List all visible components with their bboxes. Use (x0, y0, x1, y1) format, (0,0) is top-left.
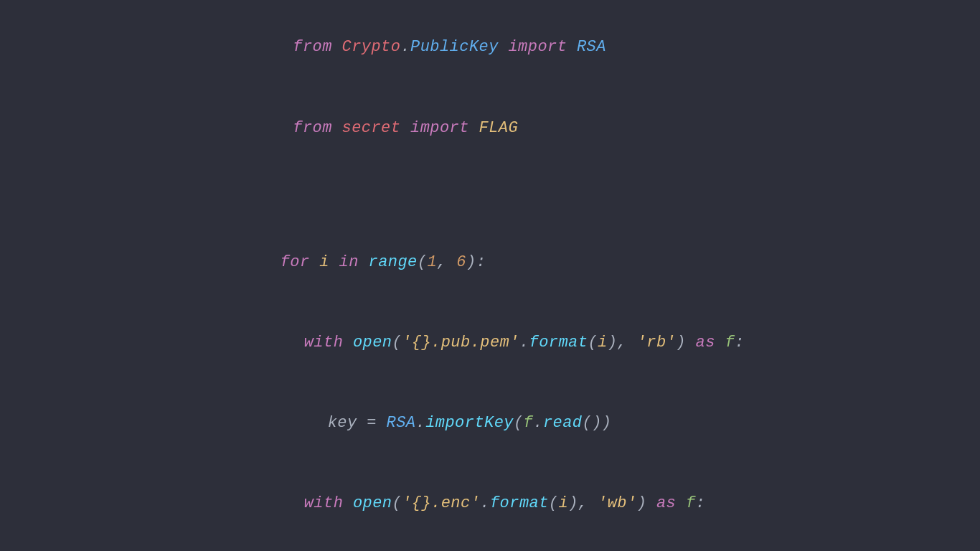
comma-1: , (437, 253, 456, 271)
paren-6: ( (514, 414, 524, 432)
class-publickey: PublicKey (410, 38, 499, 56)
str-rb: 'rb' (637, 334, 677, 352)
kw-in: in (329, 253, 369, 271)
num-6: 6 (456, 253, 466, 271)
line-with-2: with open('{}.enc'.format(i), 'wb') as f… (222, 463, 758, 544)
paren-10: ), (568, 494, 598, 512)
paren-close-1: ): (466, 253, 486, 271)
paren-open-1: ( (418, 253, 428, 271)
func-importkey: importKey (425, 414, 514, 432)
paren-5: ) (676, 334, 695, 352)
kw-import-2: import (400, 119, 479, 137)
func-open-2: open (353, 494, 392, 512)
dot-1: . (400, 38, 410, 56)
str-pub-pem: '{}.pub.pem' (402, 334, 519, 352)
line-with-1: with open('{}.pub.pem'.format(i), 'rb') … (222, 302, 758, 382)
eq-1: = (367, 414, 386, 432)
paren-3: ( (588, 334, 598, 352)
str-enc: '{}.enc' (402, 494, 480, 512)
func-range: range (369, 253, 418, 271)
var-key: key (328, 414, 367, 432)
code-editor: #!/usr/bin/env python3 from Crypto.Publi… (179, 0, 801, 551)
paren-8: ( (392, 494, 402, 512)
line-import-1: from Crypto.PublicKey import RSA (222, 7, 758, 88)
paren-4: ), (608, 334, 637, 352)
var-f-2: f (524, 414, 534, 432)
colon-2: : (696, 494, 706, 512)
colon-1: : (735, 334, 745, 352)
empty-line-1 (222, 168, 758, 194)
line-key: key = RSA.importKey(f.read()) (222, 383, 758, 463)
func-read: read (543, 414, 583, 432)
var-i-3: i (558, 494, 568, 512)
line-import-2: from secret import FLAG (222, 88, 758, 168)
line-write: f.write(key.encrypt(FLAG.encode(), None)… (222, 544, 758, 551)
kw-for: for (281, 253, 320, 271)
var-f-3: f (686, 494, 696, 512)
dot-format-1: . (519, 334, 529, 352)
line-shebang: #!/usr/bin/env python3 (222, 0, 758, 7)
dot-2: . (416, 414, 426, 432)
line-for: for i in range(1, 6): (222, 222, 758, 302)
paren-9: ( (549, 494, 559, 512)
kw-with-1: with (304, 334, 353, 352)
kw-as-1: as (696, 334, 725, 352)
dot-4: . (480, 494, 490, 512)
func-format-2: format (490, 494, 549, 512)
kw-import-1: import (499, 38, 577, 56)
str-wb: 'wb' (598, 494, 637, 512)
var-f-1: f (725, 334, 735, 352)
kw-from-1: from (293, 38, 341, 56)
empty-line-2 (222, 195, 758, 222)
func-format-1: format (529, 334, 588, 352)
paren-11: ) (637, 494, 656, 512)
kw-with-2: with (304, 494, 353, 512)
paren-2: ( (392, 334, 402, 352)
rsa-ref: RSA (387, 414, 416, 432)
num-1: 1 (427, 253, 437, 271)
var-i: i (319, 253, 329, 271)
module-secret: secret (342, 119, 401, 137)
paren-7: ()) (583, 414, 612, 432)
module-crypto: Crypto (342, 38, 401, 56)
kw-from-2: from (293, 119, 341, 137)
dot-3: . (533, 414, 543, 432)
var-i-2: i (598, 334, 608, 352)
class-rsa: RSA (577, 38, 606, 56)
func-open-1: open (353, 334, 392, 352)
code-block: #!/usr/bin/env python3 from Crypto.Publi… (222, 0, 758, 551)
kw-as-2: as (656, 494, 686, 512)
flag-name: FLAG (479, 119, 519, 137)
